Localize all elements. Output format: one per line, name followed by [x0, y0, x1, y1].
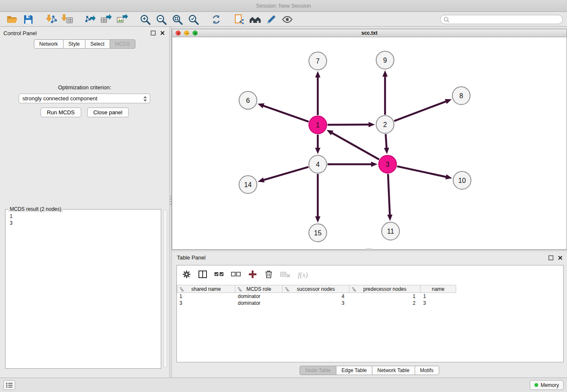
graph-edge-3-1[interactable]: [331, 133, 379, 160]
column-header-name[interactable]: name: [421, 285, 456, 293]
window-close-button[interactable]: [176, 30, 181, 36]
column-header-shared-name[interactable]: shared name: [177, 285, 235, 293]
deselect-all-columns-button[interactable]: [231, 270, 241, 281]
zoom-fit-button[interactable]: [169, 13, 185, 26]
show-graphics-button[interactable]: [279, 13, 295, 26]
open-session-button[interactable]: [4, 13, 20, 26]
graph-node-4[interactable]: 4: [309, 155, 327, 173]
table-cell[interactable]: dominator: [235, 300, 283, 306]
tab-edge-table[interactable]: Edge Table: [336, 366, 372, 375]
app-title: Session: New Session: [256, 3, 311, 9]
graph-node-3[interactable]: 3: [379, 155, 396, 173]
delete-icon: [264, 270, 273, 279]
home-view-button[interactable]: [247, 13, 263, 26]
network-canvas-svg[interactable]: 7968124310141511: [172, 37, 567, 249]
network-canvas[interactable]: 7968124310141511: [172, 37, 567, 249]
zoom-fit-icon: [171, 14, 183, 25]
table-cell[interactable]: dominator: [235, 293, 283, 300]
window-minimize-button[interactable]: [184, 30, 189, 36]
refresh-view-button[interactable]: [208, 13, 224, 26]
export-table-button[interactable]: [98, 13, 114, 26]
zoom-out-button[interactable]: [153, 13, 169, 26]
graph-edge-2-3[interactable]: [385, 134, 386, 149]
table-cell[interactable]: 1: [350, 293, 421, 300]
refresh-icon: [210, 14, 222, 25]
zoom-in-icon: [139, 14, 151, 25]
graph-edge-2-8[interactable]: [394, 101, 447, 121]
graph-edge-1-6[interactable]: [263, 105, 308, 121]
status-bar: Memory: [0, 378, 567, 392]
table-row[interactable]: 3dominator323: [177, 300, 563, 306]
tab-motifs[interactable]: Motifs: [415, 366, 439, 375]
criterion-select[interactable]: strongly connected component: [19, 94, 150, 103]
table-row[interactable]: 1dominator411: [177, 293, 563, 300]
tab-mcds[interactable]: MCDS: [110, 39, 135, 49]
import-table-button[interactable]: [59, 13, 75, 26]
select-all-columns-button[interactable]: [214, 270, 224, 281]
table-panel: Table Panel: [172, 252, 567, 377]
delete-columns-button[interactable]: [264, 270, 273, 281]
function-builder-button[interactable]: f(x): [298, 271, 308, 279]
sort-icon: [352, 287, 356, 293]
memory-button[interactable]: Memory: [530, 380, 564, 390]
graph-edge-4-14[interactable]: [263, 167, 308, 180]
export-network-button[interactable]: [82, 13, 98, 26]
graph-node-11[interactable]: 11: [382, 222, 399, 240]
column-header-predecessor-nodes[interactable]: predecessor nodes: [350, 285, 421, 293]
table-cell[interactable]: 4: [283, 293, 350, 300]
tab-node-table[interactable]: Node Table: [300, 366, 336, 375]
show-columns-button[interactable]: [198, 270, 207, 281]
column-header-successor-nodes[interactable]: successor nodes: [283, 285, 350, 293]
network-window-titlebar[interactable]: scc.txt: [172, 29, 567, 37]
tab-network[interactable]: Network: [34, 39, 63, 49]
zoom-in-button[interactable]: [137, 13, 153, 26]
window-resize-handle[interactable]: [366, 248, 372, 250]
window-zoom-button[interactable]: [193, 30, 198, 36]
zoom-out-icon: [155, 14, 167, 25]
open-document-button[interactable]: [231, 13, 247, 26]
graph-node-label: 7: [316, 58, 320, 65]
tab-network-table[interactable]: Network Table: [372, 366, 415, 375]
graph-node-1[interactable]: 1: [309, 116, 327, 134]
graph-edge-arrow: [383, 70, 388, 77]
graph-node-6[interactable]: 6: [239, 91, 257, 109]
graph-node-14[interactable]: 14: [239, 176, 257, 193]
table-cell[interactable]: 3: [421, 300, 456, 306]
graph-edge-1-2[interactable]: [328, 124, 369, 125]
graph-node-7[interactable]: 7: [309, 52, 327, 70]
close-table-panel-button[interactable]: [558, 254, 563, 262]
task-history-button[interactable]: [3, 380, 15, 390]
close-panel-action-button[interactable]: Close panel: [87, 108, 129, 117]
delete-table-button[interactable]: [280, 270, 291, 281]
run-mcds-button[interactable]: Run MCDS: [41, 108, 81, 117]
float-table-panel-button[interactable]: [548, 254, 553, 262]
create-column-button[interactable]: [248, 270, 257, 281]
table-cell[interactable]: 3: [177, 300, 235, 306]
table-cell[interactable]: 1: [177, 293, 235, 300]
export-image-button[interactable]: [114, 13, 130, 26]
graph-edge-3-10[interactable]: [397, 166, 446, 177]
graph-node-2[interactable]: 2: [376, 116, 394, 133]
table-cell[interactable]: 1: [421, 293, 456, 300]
table-cell[interactable]: 2: [350, 300, 421, 306]
style-brush-button[interactable]: [263, 13, 279, 26]
table-cell[interactable]: 3: [283, 300, 350, 306]
mcds-result-list: 1 3: [6, 210, 161, 230]
save-session-button[interactable]: [20, 13, 36, 26]
import-network-button[interactable]: [43, 13, 59, 26]
table-settings-button[interactable]: [182, 270, 191, 281]
close-panel-button[interactable]: [160, 30, 165, 37]
result-scrollbar[interactable]: [163, 210, 167, 368]
graph-edge-3-11[interactable]: [388, 174, 390, 215]
graph-node-10[interactable]: 10: [453, 171, 471, 189]
graph-node-15[interactable]: 15: [309, 224, 327, 242]
search-input[interactable]: [440, 15, 563, 24]
float-panel-button[interactable]: [151, 30, 156, 37]
zoom-selected-button[interactable]: [185, 13, 201, 26]
tab-select[interactable]: Select: [85, 39, 110, 49]
graph-node-8[interactable]: 8: [452, 87, 470, 105]
graph-node-label: 1: [316, 121, 320, 129]
column-header-mcds-role[interactable]: MCDS role: [235, 285, 283, 293]
tab-style[interactable]: Style: [63, 39, 85, 49]
graph-node-9[interactable]: 9: [376, 51, 394, 69]
